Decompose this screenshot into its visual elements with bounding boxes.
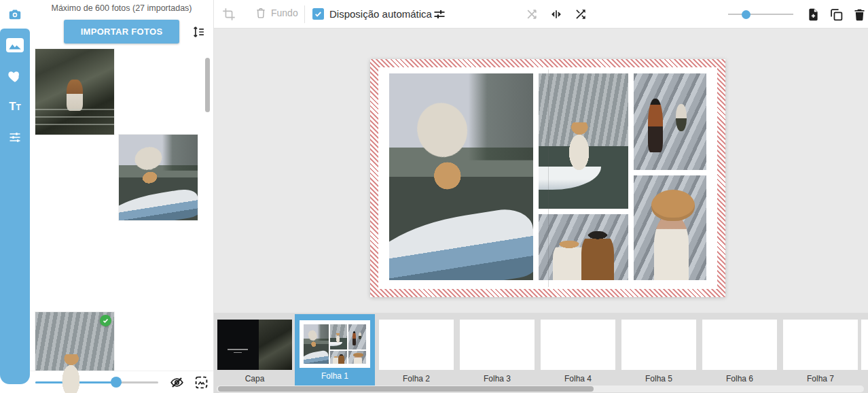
sheet-folha-7[interactable]: Folha 7 (780, 314, 861, 388)
trash-outline-icon (255, 7, 267, 19)
check-icon (314, 10, 323, 18)
photo-used-check-icon (100, 315, 111, 326)
sheet-label: Folha 7 (807, 374, 834, 383)
thumbnail-size-slider-thumb[interactable] (111, 377, 122, 388)
sheet-label: Folha 2 (403, 374, 430, 383)
shuffle-icon[interactable] (574, 7, 587, 21)
sheet-filmstrip: Capa Folha 1 Folha 2 Folha 3 (214, 313, 868, 393)
photo-library-panel: Máximo de 600 fotos (27 importadas) IMPO… (30, 0, 214, 393)
slider-track (728, 14, 793, 15)
background-button[interactable]: Fundo (255, 7, 298, 19)
sheet-label: Folha 5 (645, 374, 672, 383)
canvas-zoom-slider[interactable] (728, 9, 793, 20)
filmstrip-scrollbar[interactable] (217, 386, 864, 392)
photobook-editor: TT Máximo de 600 fotos (27 importadas) I… (0, 0, 868, 393)
page-fold-line (548, 69, 549, 287)
sheet-folha-1[interactable]: Folha 1 (295, 314, 375, 388)
camera-icon[interactable] (0, 0, 30, 29)
sidebar-item-photos[interactable] (0, 30, 30, 61)
sheet-folha-6[interactable]: Folha 6 (700, 314, 780, 388)
import-photos-button[interactable]: IMPORTAR FOTOS (64, 20, 179, 44)
delete-page-icon[interactable] (852, 7, 866, 21)
sheet-folha-4[interactable]: Folha 4 (538, 314, 618, 388)
book-spread (370, 59, 725, 297)
sheet-thumbnail (861, 320, 868, 370)
toolbar-divider (304, 5, 305, 23)
background-button-label: Fundo (271, 7, 298, 18)
add-page-icon[interactable] (806, 7, 820, 21)
spread-photo-slot[interactable] (389, 73, 533, 280)
spread-photo-slot[interactable] (539, 214, 628, 280)
spread-photo-slot[interactable] (539, 73, 628, 209)
spread-photo-slot[interactable] (634, 73, 706, 170)
sheet-thumbnail (460, 320, 535, 370)
sheet-folha-5[interactable]: Folha 5 (619, 314, 699, 388)
crop-icon[interactable] (222, 7, 236, 21)
sheet-label: Capa (245, 374, 265, 383)
sheet-cover[interactable]: Capa (215, 314, 295, 388)
sidebar-item-favorites[interactable] (0, 61, 30, 91)
sheet-label: Folha 1 (321, 371, 348, 381)
icon-rail: TT (0, 0, 30, 393)
sheet-label: Folha 3 (484, 374, 511, 383)
sheet-partial[interactable] (861, 314, 868, 388)
sidebar-item-adjustments[interactable] (0, 122, 30, 152)
sidebar-item-text[interactable]: TT (0, 91, 30, 122)
duplicate-page-icon[interactable] (829, 7, 843, 21)
canvas-zoom-slider-thumb[interactable] (742, 10, 751, 19)
auto-layout-label: Disposição automática (329, 8, 432, 20)
spread-page-layout (378, 67, 717, 289)
heart-icon (7, 69, 22, 83)
sheet-thumbnail (379, 320, 454, 370)
sheet-label: Folha 4 (564, 374, 592, 383)
cover-thumbnail (217, 320, 292, 370)
spread-photo-slot[interactable] (634, 175, 706, 280)
sheet-label: Folha 6 (726, 374, 753, 383)
sort-order-icon[interactable] (192, 25, 205, 39)
sheet-folha-3[interactable]: Folha 3 (457, 314, 537, 388)
sheet-thumbnail (783, 320, 858, 370)
filmstrip-scrollbar-thumb[interactable] (218, 386, 594, 392)
cover-back-panel (217, 320, 259, 370)
sheet-folha-2[interactable]: Folha 2 (376, 314, 456, 388)
split-arrows-icon[interactable] (525, 7, 539, 21)
sheet-thumbnail (702, 320, 777, 370)
library-scrollbar-thumb[interactable] (205, 58, 210, 112)
editor-toolbar: Fundo Disposição automática (214, 0, 868, 29)
layout-tune-icon[interactable] (433, 7, 446, 21)
sheet-thumbnail (300, 320, 370, 368)
sheet-thumbnail (541, 320, 615, 370)
swap-horizontal-icon[interactable] (549, 7, 563, 21)
photo-thumbnail[interactable] (119, 135, 198, 220)
library-footer (30, 371, 213, 393)
photo-thumbnail[interactable] (35, 49, 114, 135)
auto-layout-checkbox[interactable] (312, 8, 324, 20)
cover-title-lines (228, 349, 248, 356)
photos-icon (6, 38, 24, 52)
thumbnail-size-slider[interactable] (35, 381, 158, 383)
canvas-area (214, 29, 868, 313)
autofill-frame-icon[interactable] (194, 375, 209, 390)
tool-rail: TT (0, 29, 30, 384)
sheet-thumbnail (621, 320, 696, 370)
photo-limit-text: Máximo de 600 fotos (27 importadas) (30, 3, 213, 13)
text-icon: TT (9, 100, 21, 114)
cover-photo (259, 320, 293, 370)
hide-used-photos-icon[interactable] (170, 375, 184, 390)
editor-area: Fundo Disposição automática (214, 0, 868, 393)
sliders-icon (8, 131, 22, 144)
